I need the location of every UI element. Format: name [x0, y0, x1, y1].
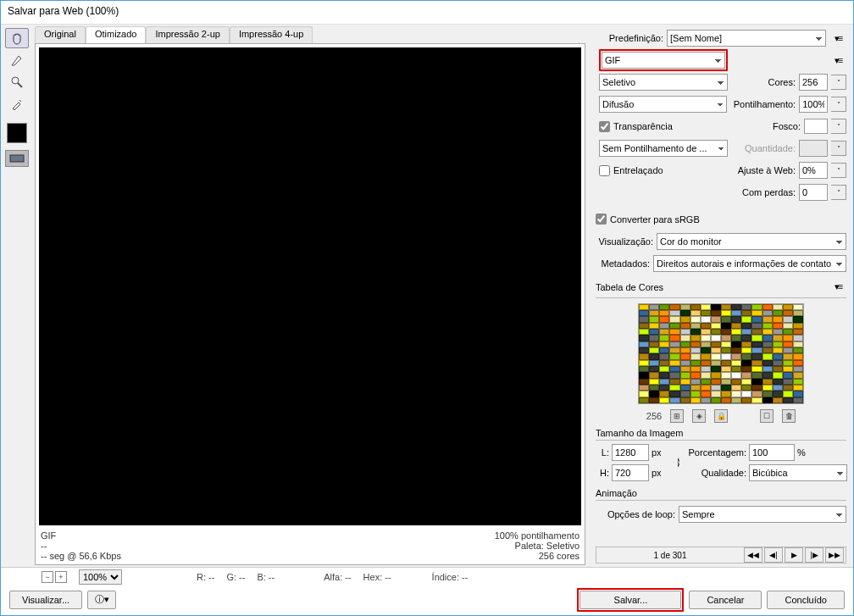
preset-select[interactable]: [Sem Nome]: [667, 30, 826, 47]
image-size-title: Tamanho da Imagem: [596, 428, 683, 438]
metadata-select[interactable]: Direitos autorais e informações de conta…: [653, 255, 846, 272]
tab-original[interactable]: Original: [35, 26, 86, 43]
ct-select-icon[interactable]: ⊞: [670, 409, 684, 423]
status-g: G: --: [226, 572, 245, 582]
color-table[interactable]: [638, 303, 804, 404]
quantity-input: [799, 140, 828, 157]
ct-lock-icon[interactable]: 🔒: [714, 409, 728, 423]
transparency-dither-select[interactable]: Sem Pontilhamento de ...: [599, 140, 728, 157]
color-table-tools: 256 ⊞ ◈ 🔒 ☐ 🗑: [596, 409, 846, 423]
optimize-menu-icon[interactable]: ▾≡: [829, 52, 846, 69]
color-table-menu-icon[interactable]: ▾≡: [829, 279, 846, 296]
browser-preview-button[interactable]: ⓘ▾: [87, 591, 116, 609]
colors-input[interactable]: [799, 74, 828, 91]
slice-tool[interactable]: [5, 50, 29, 70]
dither-amount-label: Pontilhamento:: [734, 99, 796, 109]
ct-new-icon[interactable]: ☐: [760, 409, 774, 423]
color-table-title: Tabela de Cores: [596, 282, 663, 292]
dither-dropdown[interactable]: ˅: [831, 97, 846, 112]
toggle-slices-tool[interactable]: [5, 150, 29, 167]
websnap-label: Ajuste à Web:: [738, 165, 796, 175]
tool-palette: [1, 25, 33, 567]
tab-2up[interactable]: Impressão 2-up: [146, 26, 229, 43]
frame-counter: 1 de 301: [598, 551, 742, 560]
lossy-dropdown[interactable]: ˅: [831, 185, 846, 200]
matte-dropdown[interactable]: ˅: [831, 119, 846, 134]
animation-controls: 1 de 301 ◀◀ ◀| ▶ |▶ ▶▶: [596, 547, 846, 563]
info-size: --: [41, 541, 121, 551]
tab-4up[interactable]: Impressão 4-up: [230, 26, 313, 43]
interlace-check[interactable]: [599, 165, 610, 176]
lossy-input[interactable]: [799, 184, 828, 201]
dither-amount-input[interactable]: [799, 96, 828, 113]
px-label-2: px: [652, 468, 668, 478]
preset-menu-icon[interactable]: ▾≡: [829, 30, 846, 47]
cancel-button[interactable]: Cancelar: [689, 591, 762, 609]
lossy-label: Com perdas:: [742, 187, 796, 197]
visualization-select[interactable]: Cor do monitor: [657, 233, 846, 250]
reduction-select[interactable]: Seletivo: [599, 74, 728, 91]
percent-sym: %: [797, 447, 835, 458]
foreground-color-swatch[interactable]: [7, 123, 27, 143]
eyedropper-tool[interactable]: [5, 94, 29, 114]
preview-canvas[interactable]: [39, 47, 581, 525]
transparency-check[interactable]: [599, 121, 610, 132]
transparency-label: Transparência: [613, 121, 673, 131]
info-colors: 256 cores: [495, 551, 580, 561]
format-highlight: GIF: [599, 49, 728, 71]
metadata-label: Metadados:: [596, 258, 650, 269]
loop-label: Opções de loop:: [596, 509, 675, 519]
done-button[interactable]: Concluído: [767, 591, 845, 609]
preview-info: GIF -- -- seg @ 56,6 Kbps 100% pontilham…: [36, 529, 585, 564]
next-frame-button[interactable]: |▶: [805, 547, 824, 563]
percent-input[interactable]: [749, 444, 795, 461]
width-input[interactable]: [612, 444, 649, 461]
dither-method-select[interactable]: Difusão: [599, 96, 727, 113]
matte-swatch[interactable]: [804, 119, 828, 134]
matte-label: Fosco:: [773, 121, 801, 131]
format-select[interactable]: GIF: [602, 52, 725, 69]
zoom-select[interactable]: 100%: [79, 569, 122, 585]
ct-cube-icon[interactable]: ◈: [692, 409, 706, 423]
colors-dropdown[interactable]: ˅: [831, 75, 846, 90]
status-index: Índice: --: [432, 572, 469, 582]
color-count: 256: [646, 411, 662, 421]
interlace-label: Entrelaçado: [613, 165, 663, 175]
srgb-check[interactable]: [596, 214, 607, 225]
websnap-input[interactable]: [799, 162, 828, 179]
save-button[interactable]: Salvar...: [580, 591, 681, 609]
hand-tool[interactable]: [5, 28, 29, 48]
zoom-tool[interactable]: [5, 72, 29, 92]
status-r: R: --: [197, 572, 214, 582]
prev-frame-button[interactable]: ◀|: [764, 547, 783, 563]
websnap-dropdown[interactable]: ˅: [831, 163, 846, 178]
status-b: B: --: [257, 572, 274, 582]
svg-line-1: [18, 83, 22, 87]
quality-label: Qualidade:: [687, 468, 746, 478]
svg-point-0: [12, 77, 19, 84]
info-time: -- seg @ 56,6 Kbps: [41, 551, 121, 561]
svg-rect-2: [10, 155, 24, 162]
first-frame-button[interactable]: ◀◀: [744, 547, 762, 563]
height-input[interactable]: [612, 464, 649, 481]
height-label: H:: [596, 468, 609, 478]
preview-button[interactable]: Visualizar...: [9, 591, 82, 609]
zoom-out-button[interactable]: −: [42, 571, 53, 583]
play-button[interactable]: ▶: [785, 547, 803, 563]
preview-tabs: Original Otimizado Impressão 2-up Impres…: [35, 26, 585, 43]
status-bar: −+ 100% R: -- G: -- B: -- Alfa: -- Hex: …: [1, 568, 853, 586]
quality-select[interactable]: Bicúbica: [749, 464, 847, 481]
zoom-in-button[interactable]: +: [55, 571, 67, 583]
status-alpha: Alfa: --: [324, 572, 351, 582]
quantity-label: Quantidade:: [745, 143, 796, 153]
tab-optimized[interactable]: Otimizado: [86, 26, 147, 43]
last-frame-button[interactable]: ▶▶: [825, 547, 844, 563]
status-hex: Hex: --: [363, 572, 391, 582]
visualization-label: Visualização:: [596, 236, 653, 247]
info-format: GIF: [41, 530, 121, 541]
loop-select[interactable]: Sempre: [679, 506, 846, 523]
ct-trash-icon[interactable]: 🗑: [782, 409, 796, 423]
link-icon[interactable]: 𝄔: [671, 456, 685, 470]
srgb-label: Converter para sRGB: [610, 214, 700, 225]
width-label: L:: [596, 447, 609, 458]
